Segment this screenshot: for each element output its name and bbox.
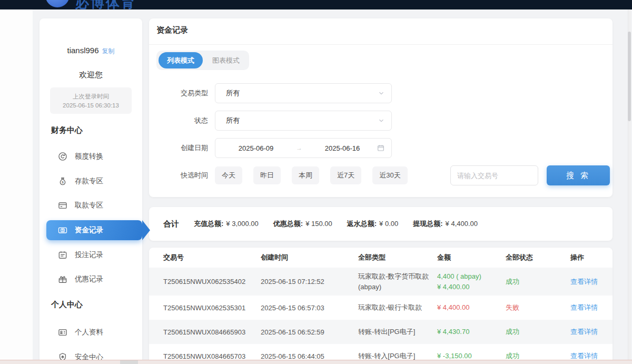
quick-time-buttons: 今天 昨日 本周 近7天 近30天 xyxy=(215,166,408,184)
sidebar-item-label: 个人资料 xyxy=(75,328,103,337)
brand-logo-icon xyxy=(45,0,70,7)
last-login-label: 上次登录时间 xyxy=(73,93,109,101)
type-filter-label: 交易类型 xyxy=(149,88,208,98)
col-header-type: 全部类型 xyxy=(358,253,437,262)
tab-list-mode[interactable]: 列表模式 xyxy=(159,52,203,68)
summary-total-label: 合计 xyxy=(163,219,179,229)
sidebar-item-fund-records[interactable]: $ 资金记录 xyxy=(46,220,142,240)
summary-deposit-total: 充值总额:¥ 3,000.00 xyxy=(194,219,259,229)
cell-transaction-id: T250615NWUX062535301 xyxy=(163,304,261,312)
withdraw-card-icon xyxy=(57,200,68,211)
last-login-time: 2025-06-15 06:30:13 xyxy=(63,102,119,109)
filter-row-type: 交易类型 所有 xyxy=(149,83,392,103)
filter-row-status: 状态 所有 xyxy=(149,111,392,131)
sidebar-item-promo-records[interactable]: 优惠记录 xyxy=(39,269,142,289)
summary-items: 充值总额:¥ 3,000.00 优惠总额:¥ 150.00 返水总额:¥ 0.0… xyxy=(194,219,478,229)
funds-banknote-icon: $ xyxy=(57,225,68,235)
date-to-value[interactable]: 2025-06-16 xyxy=(308,144,377,152)
filter-panel: 资金记录 列表模式 图表模式 交易类型 所有 状态 所有 创建日期 2025-0… xyxy=(149,18,613,197)
status-filter-label: 状态 xyxy=(149,116,208,125)
date-filter-label: 创建日期 xyxy=(149,143,208,153)
sidebar-item-label: 投注记录 xyxy=(75,250,103,260)
page-title: 资金记录 xyxy=(156,25,188,35)
table-row: T250615NWUX062535402 2025-06-15 07:12:52… xyxy=(149,268,613,296)
sidebar-item-label: 资金记录 xyxy=(75,225,103,235)
cell-amount: ¥ 4,430.70 xyxy=(437,327,506,337)
view-mode-tabs: 列表模式 图表模式 xyxy=(156,51,249,70)
view-details-link[interactable]: 查看详情 xyxy=(570,327,598,337)
username-row: tiansl996复制 xyxy=(39,46,142,56)
table-row: T250615NWUX062535301 2025-06-15 06:57:03… xyxy=(149,296,613,320)
cell-type: 转账-转出[PG电子] xyxy=(358,327,437,337)
cell-transaction-id: T250615NWUX084665703 xyxy=(163,352,261,360)
col-header-action: 操作 xyxy=(570,253,598,262)
title-divider xyxy=(149,44,613,45)
cell-created-time: 2025-06-15 06:57:03 xyxy=(261,304,358,312)
cell-status: 失败 xyxy=(506,303,570,312)
sidebar-item-label: 存款专区 xyxy=(75,176,103,186)
last-login-box: 上次登录时间 2025-06-15 06:30:13 xyxy=(50,87,132,114)
filter-row-date: 创建日期 2025-06-09 → 2025-06-16 xyxy=(149,138,392,158)
quick-btn-last-7-days[interactable]: 近7天 xyxy=(330,166,361,184)
sidebar-item-profile[interactable]: 个人资料 xyxy=(39,322,142,342)
sidebar-item-bet-records[interactable]: 投注记录 xyxy=(39,245,142,265)
summary-promo-total: 优惠总额:¥ 150.00 xyxy=(273,219,332,229)
quick-btn-today[interactable]: 今天 xyxy=(215,166,242,184)
cell-created-time: 2025-06-15 06:52:59 xyxy=(261,328,358,336)
cell-type: 玩家取款-数字货币取款 (abpay) xyxy=(358,271,437,292)
promo-gift-icon xyxy=(57,274,68,284)
date-range-arrow: → xyxy=(290,144,308,152)
cell-transaction-id: T250615NWUX062535402 xyxy=(163,278,261,286)
sidebar: tiansl996复制 欢迎您 等级VIP0 上次登录时间 2025-06-15… xyxy=(39,18,142,364)
cell-amount: ¥ 4,400.00 xyxy=(437,302,506,313)
cell-created-time: 2025-06-15 06:44:05 xyxy=(261,352,358,360)
status-select-value: 所有 xyxy=(226,116,378,125)
cell-transaction-id: T250615NWUX084665903 xyxy=(163,328,261,336)
table-header-row: 交易号 创建时间 全部类型 金额 全部状态 操作 xyxy=(149,248,613,268)
cell-type: 玩家取款-银行卡取款 xyxy=(358,302,437,313)
profile-idcard-icon xyxy=(57,327,68,338)
sidebar-item-quota-transfer[interactable]: 额度转换 xyxy=(39,146,142,166)
sidebar-item-label: 优惠记录 xyxy=(75,274,103,284)
search-button[interactable]: 搜 索 xyxy=(547,165,610,185)
filter-row-quick: 快选时间 今天 昨日 本周 近7天 近30天 xyxy=(149,166,408,184)
welcome-text: 欢迎您 xyxy=(39,70,142,80)
col-header-amount: 金额 xyxy=(437,253,506,262)
quick-btn-last-30-days[interactable]: 近30天 xyxy=(372,166,407,184)
col-header-created-time: 创建时间 xyxy=(261,253,358,262)
quick-btn-yesterday[interactable]: 昨日 xyxy=(253,166,281,184)
quick-time-label: 快选时间 xyxy=(149,171,208,180)
view-details-link[interactable]: 查看详情 xyxy=(570,277,598,287)
page-scrollbar-thumb[interactable] xyxy=(628,32,631,121)
type-select-value: 所有 xyxy=(226,88,378,98)
status-select[interactable]: 所有 xyxy=(215,111,392,131)
finance-section-heading: 财务中心 xyxy=(51,125,83,135)
chevron-down-icon xyxy=(378,90,385,97)
tab-chart-mode[interactable]: 图表模式 xyxy=(203,52,249,68)
calendar-icon xyxy=(377,144,385,152)
sidebar-item-deposit[interactable]: $ 存款专区 xyxy=(39,171,142,191)
sidebar-item-label: 额度转换 xyxy=(75,152,103,161)
sidebar-item-withdraw[interactable]: 取款专区 xyxy=(39,195,142,215)
bottom-edge-strip xyxy=(0,360,632,364)
exchange-icon xyxy=(57,151,68,162)
copy-username-button[interactable]: 复制 xyxy=(102,47,115,55)
brand-title: 必博体育 xyxy=(75,0,136,9)
summary-bar: 合计 充值总额:¥ 3,000.00 优惠总额:¥ 150.00 返水总额:¥ … xyxy=(149,207,613,241)
sidebar-item-label: 取款专区 xyxy=(75,201,103,210)
cell-created-time: 2025-06-15 07:12:52 xyxy=(261,278,358,286)
top-navbar: 必博体育 xyxy=(0,0,632,9)
date-range-picker[interactable]: 2025-06-09 → 2025-06-16 xyxy=(215,138,392,158)
cell-amount: 4,400 ( abpay) ¥ 4,400.00 xyxy=(437,271,506,292)
col-header-transaction-id: 交易号 xyxy=(163,253,261,262)
page-left-gutter xyxy=(0,9,33,360)
date-from-value[interactable]: 2025-06-09 xyxy=(222,144,290,152)
deposit-moneybag-icon: $ xyxy=(57,176,68,186)
type-select[interactable]: 所有 xyxy=(215,83,392,103)
svg-text:$: $ xyxy=(62,229,63,232)
view-details-link[interactable]: 查看详情 xyxy=(570,303,598,312)
transaction-search-input[interactable] xyxy=(450,165,538,185)
records-table: 交易号 创建时间 全部类型 金额 全部状态 操作 T250615NWUX0625… xyxy=(149,248,613,364)
cell-status: 成功 xyxy=(506,327,570,337)
quick-btn-this-week[interactable]: 本周 xyxy=(292,166,319,184)
